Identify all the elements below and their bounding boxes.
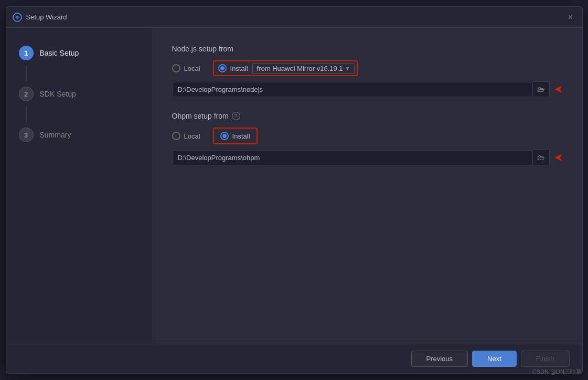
ohpm-folder-button[interactable]: 🗁 <box>533 150 550 165</box>
connector-1-2 <box>26 66 27 81</box>
step-1[interactable]: 1 Basic Setup <box>6 40 153 66</box>
step-2[interactable]: 2 SDK Setup <box>6 81 153 107</box>
connector-2-3 <box>26 107 27 122</box>
ohpm-folder-icon: 🗁 <box>537 153 544 162</box>
ohpm-local-radio[interactable]: Local <box>172 132 200 140</box>
nodejs-section-title: Node.js setup from <box>172 45 563 53</box>
setup-wizard-window: Setup Wizard × 1 Basic Setup 2 SDK Setup <box>6 6 583 374</box>
finish-button: Finish <box>521 351 570 367</box>
ohpm-arrow-indicator: ➤ <box>554 151 563 164</box>
ohpm-title-row: Ohpm setup from ? <box>172 112 563 120</box>
nodejs-install-section: Install from Huawei Mirror v16.19.1 ▼ <box>213 60 358 76</box>
nodejs-path-row: 🗁 ➤ <box>172 81 563 97</box>
ohpm-local-label: Local <box>184 132 200 140</box>
step-2-circle: 2 <box>19 87 34 101</box>
footer: Previous Next Finish <box>6 344 582 373</box>
nodejs-install-radio-outer[interactable] <box>218 64 227 72</box>
nodejs-local-label: Local <box>184 65 200 72</box>
step-1-circle: 1 <box>19 46 34 60</box>
ohpm-path-input[interactable] <box>172 150 533 165</box>
previous-button[interactable]: Previous <box>411 351 468 367</box>
next-button[interactable]: Next <box>472 351 517 367</box>
ohpm-install-label: Install <box>232 132 250 140</box>
nodejs-install-label: Install <box>230 65 248 72</box>
sidebar: 1 Basic Setup 2 SDK Setup 3 Summary <box>6 28 153 344</box>
step-1-label: Basic Setup <box>40 49 79 57</box>
nodejs-dropdown-value: from Huawei Mirror v16.19.1 <box>257 65 343 72</box>
ohpm-local-radio-outer[interactable] <box>172 132 180 140</box>
nodejs-folder-button[interactable]: 🗁 <box>533 81 550 97</box>
content-area: 1 Basic Setup 2 SDK Setup 3 Summary <box>6 28 582 344</box>
close-button[interactable]: × <box>565 12 576 23</box>
step-3-circle: 3 <box>19 128 34 142</box>
nodejs-radio-row: Local Install from Huawei Mirror v16.19.… <box>172 60 563 76</box>
app-icon <box>13 13 22 22</box>
step-2-label: SDK Setup <box>40 90 76 98</box>
title-bar: Setup Wizard × <box>6 7 582 28</box>
ohpm-install-box: Install <box>213 128 258 144</box>
ohpm-help-icon[interactable]: ? <box>232 112 240 120</box>
nodejs-arrow-indicator: ➤ <box>554 82 563 96</box>
step-3-label: Summary <box>40 131 71 139</box>
watermark: CSDN @DN三叶草 <box>532 368 582 376</box>
ohpm-install-radio[interactable]: Install <box>218 130 252 142</box>
ohpm-radio-row: Local Install <box>172 128 563 144</box>
main-panel: Node.js setup from Local <box>153 28 582 344</box>
ohpm-section-title: Ohpm setup from <box>172 112 229 120</box>
ohpm-install-radio-outer[interactable] <box>220 132 229 140</box>
nodejs-install-radio-inner <box>220 66 224 70</box>
nodejs-dropdown-arrow: ▼ <box>345 66 350 71</box>
nodejs-mirror-dropdown[interactable]: from Huawei Mirror v16.19.1 ▼ <box>252 63 355 74</box>
ohpm-section: Ohpm setup from ? Local <box>172 112 563 165</box>
ohpm-install-radio-inner <box>222 134 227 138</box>
nodejs-path-input[interactable] <box>172 82 533 97</box>
nodejs-install-radio[interactable]: Install <box>216 62 250 74</box>
nodejs-local-radio[interactable]: Local <box>172 64 200 72</box>
folder-icon: 🗁 <box>537 85 544 93</box>
step-3[interactable]: 3 Summary <box>6 122 153 147</box>
ohpm-path-row: 🗁 ➤ <box>172 150 563 165</box>
title-bar-left: Setup Wizard <box>13 13 67 22</box>
window-title: Setup Wizard <box>26 13 67 21</box>
nodejs-local-radio-outer[interactable] <box>172 64 180 72</box>
nodejs-section: Node.js setup from Local <box>172 45 563 97</box>
